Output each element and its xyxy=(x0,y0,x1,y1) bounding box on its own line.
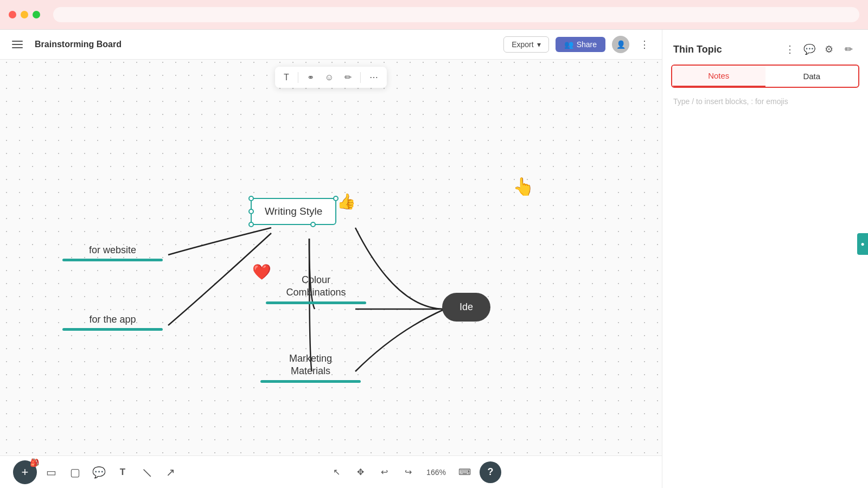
marketing-materials-label: MarketingMaterials xyxy=(289,352,332,378)
tab-notes[interactable]: Notes xyxy=(672,66,765,87)
avatar[interactable]: 👤 xyxy=(612,36,629,53)
link-tool-button[interactable]: ⚭ xyxy=(305,70,316,85)
traffic-light-yellow[interactable] xyxy=(21,11,28,18)
idea-box[interactable]: Ide xyxy=(442,293,490,322)
more-tool-button[interactable]: ⋯ xyxy=(367,70,380,85)
share-icon: 👥 xyxy=(564,40,573,49)
writing-style-box[interactable]: Writing Style xyxy=(251,198,336,225)
panel-title: Thin Topic xyxy=(673,44,722,55)
idea-label: Ide xyxy=(459,301,473,312)
export-button[interactable]: Export ▾ xyxy=(503,36,548,53)
sel-handle-bm[interactable] xyxy=(310,222,316,227)
panel-more-button[interactable]: ⋮ xyxy=(781,41,799,58)
sticker-icon: 🎒 xyxy=(30,458,39,467)
canvas-area[interactable]: Brainstorming Board Export ▾ 👥 Share 👤 ⋮… xyxy=(0,30,662,488)
panel-chat-button[interactable]: 💬 xyxy=(801,41,818,58)
colour-combinations-label: ColourCombinations xyxy=(286,274,346,299)
share-button[interactable]: 👥 Share xyxy=(556,37,605,52)
notes-placeholder: Type / to insert blocks, : for emojis xyxy=(673,97,788,106)
panel-content: Type / to insert blocks, : for emojis xyxy=(662,88,868,488)
export-chevron-icon: ▾ xyxy=(537,40,541,49)
panel-tabs: Notes Data xyxy=(671,65,859,88)
colour-combinations-bar xyxy=(266,301,366,304)
thumbs-up-emoji: 👍 xyxy=(337,192,356,210)
panel-header: Thin Topic ⋮ 💬 ⚙ ✏ xyxy=(662,30,868,58)
mini-toolbar: T ⚭ ☺ ✏ ⋯ xyxy=(275,67,387,88)
traffic-light-red[interactable] xyxy=(9,11,16,18)
writing-style-node[interactable]: Writing Style 👍 xyxy=(251,198,336,225)
more-options-button[interactable]: ⋮ xyxy=(636,36,653,53)
tab-data[interactable]: Data xyxy=(765,66,859,87)
panel-icons-row: ⋮ 💬 ⚙ ✏ xyxy=(781,41,857,58)
move-tool-button[interactable]: ✥ xyxy=(352,464,369,481)
for-website-content: for website xyxy=(62,244,163,261)
menu-button[interactable] xyxy=(9,35,28,54)
edge-chat-icon: ● xyxy=(860,240,864,248)
arrow-tool-button[interactable]: ↗ xyxy=(161,463,180,482)
edge-chat-button[interactable]: ● xyxy=(857,233,868,255)
cursor-hand: 👆 xyxy=(513,176,534,197)
colour-combinations-content: ColourCombinations xyxy=(266,274,366,304)
zoom-level: 166% xyxy=(423,468,449,477)
export-label: Export xyxy=(512,40,533,49)
bottom-center-controls: ↖ ✥ ↩ ↪ 166% ⌨ ? xyxy=(180,461,649,483)
rounded-rect-tool-button[interactable]: ▢ xyxy=(65,463,85,482)
emoji-tool-button[interactable]: ☺ xyxy=(323,70,336,85)
panel-edit-button[interactable]: ✏ xyxy=(840,41,857,58)
select-tool-button[interactable]: ↖ xyxy=(328,464,345,481)
for-app-label: for the app xyxy=(89,313,136,326)
rectangle-tool-button[interactable]: ▭ xyxy=(41,463,61,482)
sel-handle-bl[interactable] xyxy=(248,222,254,227)
for-app-bar xyxy=(62,328,163,331)
for-website-bar xyxy=(62,259,163,261)
keyboard-button[interactable]: ⌨ xyxy=(456,464,473,481)
sel-handle-tl[interactable] xyxy=(248,196,254,201)
writing-style-label: Writing Style xyxy=(265,206,322,217)
undo-button[interactable]: ↩ xyxy=(375,464,393,481)
main-layout: Brainstorming Board Export ▾ 👥 Share 👤 ⋮… xyxy=(0,30,868,488)
top-toolbar: Brainstorming Board Export ▾ 👥 Share 👤 ⋮ xyxy=(0,30,662,60)
title-bar xyxy=(0,0,868,30)
speech-bubble-tool-button[interactable]: 💬 xyxy=(89,463,108,482)
for-app-content: for the app xyxy=(62,313,163,331)
add-icon: + xyxy=(22,465,29,479)
right-panel: Thin Topic ⋮ 💬 ⚙ ✏ Notes Data Type / to … xyxy=(662,30,868,488)
board-title: Brainstorming Board xyxy=(35,40,497,49)
add-button[interactable]: + 🎒 xyxy=(13,460,37,484)
text-insert-tool-button[interactable]: T xyxy=(113,463,132,482)
sel-handle-ml[interactable] xyxy=(248,209,254,214)
share-label: Share xyxy=(577,40,597,49)
redo-button[interactable]: ↪ xyxy=(399,464,417,481)
mini-toolbar-divider xyxy=(298,72,298,83)
mindmap-content: Writing Style 👍 for website xyxy=(0,60,662,455)
bottom-toolbar: + 🎒 ▭ ▢ 💬 T | ↗ ↖ ✥ ↩ ↪ 166% ⌨ ? xyxy=(0,455,662,488)
title-bar-text xyxy=(53,7,859,22)
panel-settings-button[interactable]: ⚙ xyxy=(820,41,838,58)
bottom-left-tools: + 🎒 ▭ ▢ 💬 T | ↗ xyxy=(13,460,180,484)
marketing-materials-content: MarketingMaterials xyxy=(260,352,361,383)
mini-toolbar-divider2 xyxy=(360,72,361,83)
edit-tool-button[interactable]: ✏ xyxy=(342,70,354,85)
line-tool-button[interactable]: | xyxy=(133,458,161,486)
for-website-label: for website xyxy=(89,244,136,256)
marketing-materials-bar xyxy=(260,380,361,383)
traffic-light-green[interactable] xyxy=(33,11,40,18)
help-button[interactable]: ? xyxy=(480,461,501,483)
text-tool-button[interactable]: T xyxy=(282,70,291,85)
